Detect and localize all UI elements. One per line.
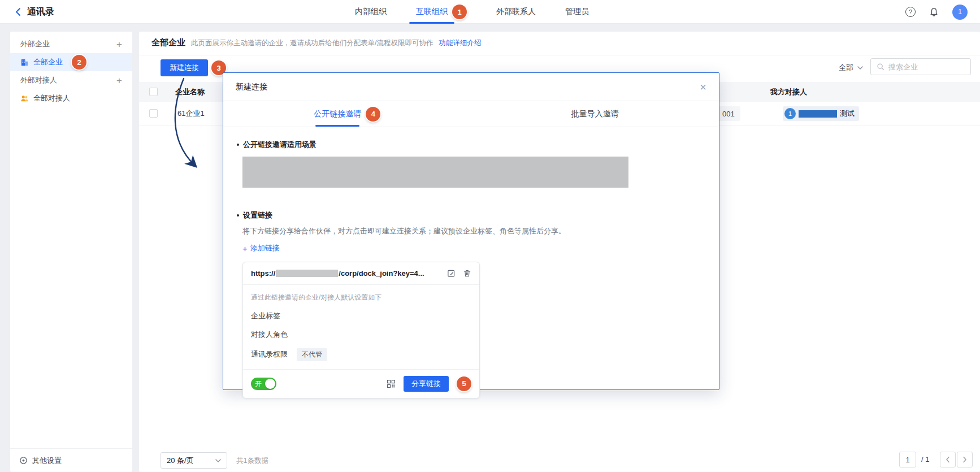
- contacts-page: 通讯录 内部组织 互联组织 1 外部联系人 管理员 ? 1: [0, 0, 980, 472]
- bullet-dot: [237, 214, 239, 216]
- sidebar-group-external-contacts: 外部对接人 +: [10, 71, 132, 89]
- group-label: 外部对接人: [20, 75, 57, 85]
- chevron-down-icon: [857, 66, 863, 70]
- link-default-note: 通过此链接邀请的企业/对接人默认设置如下: [243, 285, 479, 302]
- user-avatar[interactable]: 1: [952, 5, 968, 20]
- tab-label: 互联组织: [416, 7, 448, 17]
- modal-tabs: 公开链接邀请 4 批量导入邀请: [223, 101, 719, 127]
- redacted-url-domain: [276, 270, 338, 277]
- delete-link-icon[interactable]: [463, 269, 471, 278]
- tab-external-contacts[interactable]: 外部联系人: [496, 0, 536, 24]
- company-name-cell: 61企业1: [177, 109, 205, 119]
- page-size-value: 20 条/页: [167, 456, 194, 466]
- settings-target-icon: [19, 456, 28, 465]
- field-label: 通讯录权限: [251, 349, 288, 360]
- tab-label: 批量导入邀请: [571, 109, 619, 119]
- filter-dropdown[interactable]: 全部: [839, 63, 863, 73]
- plus-icon: +: [242, 244, 248, 253]
- add-company-group-button[interactable]: +: [116, 40, 122, 49]
- redacted-contact-name: [799, 110, 837, 118]
- step-badge-1: 1: [452, 5, 467, 19]
- section-title-text: 设置链接: [243, 210, 272, 220]
- tab-connected-org[interactable]: 互联组织 1: [416, 0, 467, 24]
- share-link-button[interactable]: 分享链接: [404, 376, 449, 392]
- active-tab-underline: [315, 125, 359, 127]
- toggle-knob: [265, 379, 275, 389]
- tab-label: 管理员: [565, 7, 589, 17]
- sidebar-item-label: 其他设置: [32, 456, 62, 466]
- setup-description: 将下方链接分享给合作伙伴，对方点击即可建立连接关系；建议预设企业标签、角色等属性…: [242, 226, 705, 236]
- step-badge-5: 5: [457, 376, 471, 391]
- chevron-left-icon: [946, 456, 950, 463]
- topbar: 通讯录 内部组织 互联组织 1 外部联系人 管理员 ? 1: [0, 0, 980, 24]
- field-contact-role: 对接人角色: [243, 330, 479, 340]
- toggle-on-label: 开: [255, 379, 262, 388]
- modal-title: 新建连接: [236, 82, 267, 92]
- edit-link-icon[interactable]: [447, 269, 456, 278]
- filter-value: 全部: [839, 63, 853, 73]
- sidebar-group-external-companies: 外部企业 +: [10, 35, 132, 53]
- contact-name-suffix: 测试: [840, 109, 855, 119]
- add-contact-group-button[interactable]: +: [116, 76, 122, 85]
- row-checkbox[interactable]: [149, 109, 158, 118]
- people-icon: [20, 94, 29, 103]
- current-page-box[interactable]: 1: [899, 452, 916, 467]
- scenario-section-title: 公开链接邀请适用场景: [237, 140, 705, 150]
- sidebar-item-other-settings[interactable]: 其他设置: [10, 448, 132, 472]
- sidebar-item-label: 全部对接人: [33, 93, 70, 103]
- sidebar-item-label: 全部企业: [33, 57, 63, 67]
- url-prefix: https://: [251, 269, 275, 278]
- sidebar: 外部企业 + 全部企业 2 外部对接人 + 全部对接人: [10, 32, 132, 472]
- divider: [139, 55, 980, 55]
- page-subtitle: 此页面展示你主动邀请的企业，邀请成功后给他们分配表单/流程权限即可协作: [191, 38, 433, 48]
- field-addressbook-permission: 通讯录权限 不代管: [243, 348, 479, 361]
- section-title-text: 公开链接邀请适用场景: [243, 140, 316, 150]
- qr-code-icon[interactable]: [387, 379, 396, 388]
- tab-label: 外部联系人: [496, 7, 536, 17]
- back-button[interactable]: 通讯录: [15, 0, 54, 24]
- tab-admin[interactable]: 管理员: [565, 0, 589, 24]
- invite-link-card: https:// /corp/dock_join?key=4... 通过此链接邀…: [242, 262, 480, 399]
- column-header-our-contact: 我方对接人: [770, 87, 807, 97]
- invite-url-row: https:// /corp/dock_join?key=4...: [243, 262, 479, 285]
- tab-label: 公开链接邀请: [314, 109, 361, 119]
- scenario-image-redacted: [242, 157, 628, 188]
- new-connection-button[interactable]: 新建连接: [161, 59, 208, 76]
- contact-count-badge: 1: [784, 108, 796, 119]
- url-suffix: /corp/dock_join?key=4...: [339, 269, 424, 278]
- add-link-label: 添加链接: [250, 243, 280, 253]
- sidebar-item-all-companies[interactable]: 全部企业 2: [10, 53, 132, 71]
- add-link-button[interactable]: + 添加链接: [242, 243, 280, 253]
- new-connection-modal: 新建连接 × 公开链接邀请 4 批量导入邀请 公开链接邀请适用场景 设置链接: [223, 72, 719, 390]
- sidebar-item-all-contacts[interactable]: 全部对接人: [10, 89, 132, 107]
- tab-batch-import-invite[interactable]: 批量导入邀请: [471, 101, 719, 127]
- search-icon: [877, 63, 884, 71]
- chevron-down-icon: [215, 459, 221, 462]
- link-enabled-toggle[interactable]: 开: [251, 378, 276, 390]
- search-company-input[interactable]: [888, 63, 956, 71]
- page-size-select[interactable]: 20 条/页: [161, 452, 227, 469]
- bell-icon[interactable]: [929, 7, 939, 17]
- topbar-actions: ? 1: [905, 0, 968, 24]
- bullet-dot: [237, 144, 239, 146]
- group-label: 外部企业: [20, 39, 50, 49]
- building-icon: [20, 58, 29, 67]
- next-page-button[interactable]: [957, 452, 973, 467]
- our-contact-pill[interactable]: 1 测试: [783, 106, 859, 121]
- field-company-tag: 企业标签: [243, 311, 479, 321]
- page-header-title: 通讯录: [27, 6, 54, 18]
- total-count-text: 共1条数据: [236, 456, 268, 466]
- back-chevron-icon: [15, 7, 21, 16]
- help-icon[interactable]: ?: [905, 7, 916, 17]
- select-all-checkbox[interactable]: [149, 88, 158, 96]
- top-navigation: 内部组织 互联组织 1 外部联系人 管理员: [355, 0, 589, 24]
- step-badge-2: 2: [72, 55, 86, 70]
- column-header-company-name: 企业名称: [175, 87, 205, 97]
- prev-page-button[interactable]: [940, 452, 956, 467]
- tab-internal-org[interactable]: 内部组织: [355, 0, 387, 24]
- search-company-box: [870, 58, 971, 75]
- feature-detail-link[interactable]: 功能详细介绍: [439, 38, 481, 48]
- setup-section-title: 设置链接: [237, 210, 705, 220]
- close-icon[interactable]: ×: [700, 81, 706, 93]
- tab-public-link-invite[interactable]: 公开链接邀请 4: [223, 101, 471, 127]
